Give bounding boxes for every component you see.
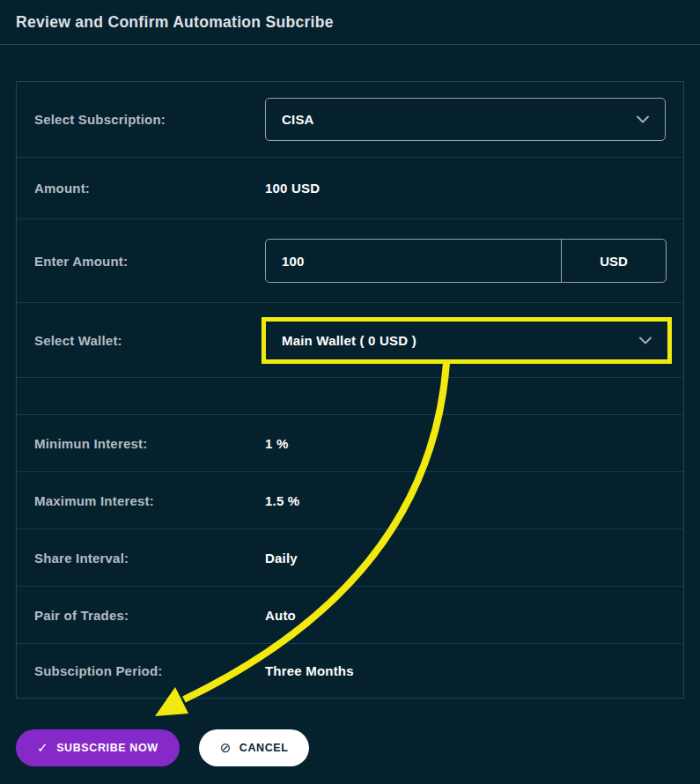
row-min-interest: Minimun Interest: 1 % <box>17 415 683 472</box>
subscription-select-value: CISA <box>282 112 314 127</box>
cancel-label: CANCEL <box>239 742 289 754</box>
subscribe-now-label: SUBSCRIBE NOW <box>56 742 158 754</box>
min-interest-value: 1 % <box>265 436 288 451</box>
share-interval-value: Daily <box>265 551 298 566</box>
row-pair-of-trades: Pair of Trades: Auto <box>17 587 683 644</box>
row-spacer <box>17 378 683 415</box>
pair-of-trades-label: Pair of Trades: <box>17 608 265 623</box>
action-bar: ✓ SUBSCRIBE NOW ⊘ CANCEL <box>16 729 684 766</box>
row-enter-amount: Enter Amount: USD <box>17 219 683 303</box>
amount-label: Amount: <box>17 181 265 196</box>
review-table: Select Subscription: CISA Amount: 100 US… <box>16 81 684 699</box>
check-icon: ✓ <box>37 742 48 755</box>
row-share-interval: Share Interval: Daily <box>17 529 683 587</box>
subscription-review-page: Review and Confirm Automation Subcribe S… <box>0 0 700 784</box>
row-select-wallet: Select Wallet: Main Wallet ( 0 USD ) <box>17 303 683 378</box>
subscription-label: Select Subscription: <box>17 112 265 127</box>
max-interest-label: Maximum Interest: <box>17 493 265 508</box>
amount-input-group: USD <box>265 239 667 283</box>
amount-value: 100 USD <box>265 181 320 196</box>
wallet-select-value: Main Wallet ( 0 USD ) <box>282 333 416 348</box>
page-title: Review and Confirm Automation Subcribe <box>16 13 334 32</box>
currency-addon: USD <box>561 240 666 282</box>
subscribe-now-button[interactable]: ✓ SUBSCRIBE NOW <box>16 729 180 766</box>
min-interest-label: Minimun Interest: <box>17 436 265 451</box>
max-interest-value: 1.5 % <box>265 493 299 508</box>
cancel-button[interactable]: ⊘ CANCEL <box>199 729 310 766</box>
row-max-interest: Maximum Interest: 1.5 % <box>17 472 683 529</box>
subscription-period-value: Three Months <box>265 663 354 678</box>
subscription-period-label: Subsciption Period: <box>17 663 265 678</box>
slash-circle-icon: ⊘ <box>220 742 232 755</box>
row-amount: Amount: 100 USD <box>17 158 683 219</box>
page-header: Review and Confirm Automation Subcribe <box>0 0 700 45</box>
subscription-select[interactable]: CISA <box>265 98 666 141</box>
wallet-label: Select Wallet: <box>17 333 265 348</box>
row-select-subscription: Select Subscription: CISA <box>17 82 683 158</box>
pair-of-trades-value: Auto <box>265 608 296 623</box>
share-interval-label: Share Interval: <box>17 551 265 566</box>
amount-input[interactable] <box>266 240 561 282</box>
chevron-down-icon <box>637 115 649 123</box>
row-subscription-period: Subsciption Period: Three Months <box>17 644 683 698</box>
wallet-select[interactable]: Main Wallet ( 0 USD ) <box>262 317 672 364</box>
enter-amount-label: Enter Amount: <box>17 254 265 269</box>
chevron-down-icon <box>639 337 652 344</box>
